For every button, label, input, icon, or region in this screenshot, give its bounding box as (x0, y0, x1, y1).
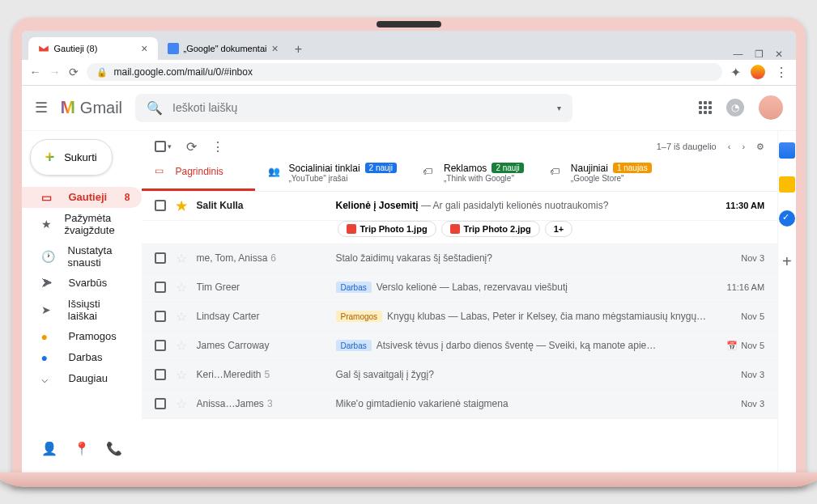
new-tab-button[interactable]: + (288, 39, 309, 60)
tab-close-icon[interactable]: × (141, 42, 147, 55)
email-checkbox[interactable] (155, 200, 166, 211)
url-field[interactable]: 🔒 mail.google.com/mail/u/0/#inbox (87, 63, 722, 81)
tab-primary[interactable]: ▭ Pagrindinis (142, 163, 255, 191)
browser-tab[interactable]: „Google" dokumentai × (158, 37, 288, 60)
tasks-addon-icon[interactable] (779, 210, 795, 227)
keep-addon-icon[interactable] (779, 176, 795, 193)
sidebar-item-starred[interactable]: ★Pažymėta žvaigždute (22, 208, 142, 240)
star-icon[interactable]: ☆ (176, 396, 187, 412)
calendar-addon-icon[interactable] (779, 142, 795, 159)
thread-count: 6 (270, 252, 276, 264)
email-row[interactable]: ☆ Keri…Meredith5 Gal šį savaitgalį į žyg… (142, 361, 778, 390)
forward-button[interactable]: → (49, 66, 61, 78)
primary-icon: ▭ (155, 165, 168, 178)
sidebar-item-label-darbas[interactable]: ●Darbas (22, 347, 142, 368)
browser-tab-active[interactable]: Gautieji (8) × (28, 37, 158, 60)
email-subject-area: DarbasVerslo kelionė — Labas, rezervavau… (336, 282, 707, 293)
chrome-profile-avatar[interactable] (751, 65, 765, 79)
email-checkbox[interactable] (155, 369, 166, 380)
gmail-logo[interactable]: M Gmail (61, 97, 123, 118)
window-minimize-icon[interactable]: — (734, 49, 743, 60)
updates-icon: 🏷 (550, 166, 563, 179)
email-subject-area: DarbasAtsivesk tėvus į darbo dienos šven… (336, 340, 707, 351)
chrome-menu-icon[interactable]: ⋮ (775, 65, 788, 80)
attachment-chip[interactable]: Trip Photo 2.jpg (441, 221, 540, 237)
attachment-row: Trip Photo 1.jpgTrip Photo 2.jpg1+ (142, 221, 778, 244)
email-checkbox[interactable] (155, 252, 166, 264)
star-icon[interactable]: ☆ (176, 338, 187, 354)
compose-button[interactable]: + Sukurti (30, 139, 113, 176)
prev-page-button[interactable]: ‹ (728, 142, 731, 151)
email-row[interactable]: ☆ Lindsay Carter PramogosKnygų klubas — … (142, 303, 778, 332)
social-icon: 👥 (268, 166, 281, 179)
gmail-favicon (38, 43, 49, 54)
new-badge: 2 nauji (365, 163, 397, 173)
content-area: ▾ ⟳ ⋮ 1–7 iš daugelio ‹ › ⚙ ▭ Pagrindini… (142, 131, 778, 472)
star-icon[interactable]: ☆ (176, 280, 187, 295)
docs-favicon (168, 43, 179, 54)
star-icon[interactable]: ★ (176, 198, 187, 214)
email-label-chip: Darbas (336, 340, 372, 351)
email-date: 11:16 AM (716, 282, 764, 292)
attachment-chip[interactable]: Trip Photo 1.jpg (338, 221, 436, 237)
location-icon[interactable]: 📍 (74, 441, 90, 456)
notifications-icon[interactable]: ◔ (726, 99, 744, 116)
star-icon[interactable]: ☆ (176, 309, 187, 324)
email-row[interactable]: ★ Salit Kulla Kelionė į Josemitį — Ar ga… (142, 192, 778, 221)
google-apps-icon[interactable] (699, 101, 712, 114)
email-row[interactable]: ☆ James Carroway DarbasAtsivesk tėvus į … (142, 332, 778, 361)
star-icon[interactable]: ☆ (176, 367, 187, 383)
email-row[interactable]: ☆ Anissa…James3 Mike'o gimtadienio vakar… (142, 390, 778, 419)
select-all-checkbox[interactable]: ▾ (155, 141, 172, 152)
browser-tab-strip: Gautieji (8) × „Google" dokumentai × + —… (22, 31, 796, 60)
settings-icon[interactable]: ⚙ (756, 142, 764, 152)
tab-social[interactable]: 👥 Socialiniai tinklai2 nauji „YouTube" į… (255, 163, 411, 191)
contacts-icon[interactable]: 👤 (41, 441, 57, 456)
chevron-down-icon: ⌵ (41, 372, 56, 385)
tab-promotions[interactable]: 🏷 Reklamos2 nauji „Think with Google" (410, 163, 537, 191)
window-close-icon[interactable]: ✕ (775, 49, 783, 60)
get-addons-icon[interactable]: + (782, 252, 792, 271)
search-box[interactable]: 🔍 ▾ (135, 94, 572, 122)
email-checkbox[interactable] (155, 340, 166, 351)
back-button[interactable]: ← (30, 66, 41, 78)
email-row[interactable]: ☆ Tim Greer DarbasVerslo kelionė — Labas… (142, 273, 778, 303)
email-subject-area: PramogosKnygų klubas — Labas, Peter ir K… (336, 311, 707, 322)
email-checkbox[interactable] (155, 282, 166, 293)
window-maximize-icon[interactable]: ❐ (755, 49, 764, 60)
account-avatar[interactable] (759, 95, 783, 120)
tab-close-icon[interactable]: × (271, 42, 278, 55)
more-attachments-chip[interactable]: 1+ (545, 221, 573, 237)
sidebar-item-more[interactable]: ⌵Daugiau (22, 368, 142, 389)
sidebar-item-inbox[interactable]: ▭ Gautieji 8 (22, 187, 142, 208)
email-date: Nov 3 (716, 253, 764, 263)
reload-button[interactable]: ⟳ (69, 66, 79, 78)
new-badge: 2 nauji (491, 163, 523, 173)
email-sender: Anissa…James3 (197, 398, 326, 409)
sidebar-item-important[interactable]: ⮞Svarbūs (22, 273, 142, 294)
email-row[interactable]: ☆ me, Tom, Anissa6 Stalo žaidimų vakaras… (142, 244, 778, 273)
next-page-button[interactable]: › (742, 142, 745, 151)
tab-label: Socialiniai tinklai (289, 163, 360, 174)
nav-label: Pramogos (69, 330, 117, 342)
email-date: Nov 3 (716, 370, 764, 379)
nav-label: Svarbūs (69, 277, 108, 289)
star-icon[interactable]: ☆ (176, 251, 187, 266)
sidebar-item-snoozed[interactable]: 🕐Nustatyta snausti (22, 240, 142, 273)
search-input[interactable] (172, 101, 547, 114)
sidebar-item-label-pramogos[interactable]: ●Pramogos (22, 326, 142, 347)
email-checkbox[interactable] (155, 398, 166, 409)
refresh-button[interactable]: ⟳ (186, 139, 197, 155)
main-menu-icon[interactable]: ☰ (35, 99, 48, 116)
email-sender: Tim Greer (197, 282, 326, 293)
sidebar-item-sent[interactable]: ➤Išsiųsti laiškai (22, 294, 142, 326)
more-menu-icon[interactable]: ⋮ (211, 139, 224, 155)
tab-label: Naujiniai (571, 163, 608, 174)
tab-updates[interactable]: 🏷 Naujiniai1 naujas „Google Store" (537, 163, 665, 191)
extensions-icon[interactable]: ✦ (730, 65, 741, 80)
email-checkbox[interactable] (155, 311, 166, 322)
tab-label: Reklamos (444, 163, 487, 174)
phone-icon[interactable]: 📞 (106, 441, 122, 456)
search-options-icon[interactable]: ▾ (557, 104, 561, 112)
nav-label: Nustatyta snausti (68, 244, 130, 269)
